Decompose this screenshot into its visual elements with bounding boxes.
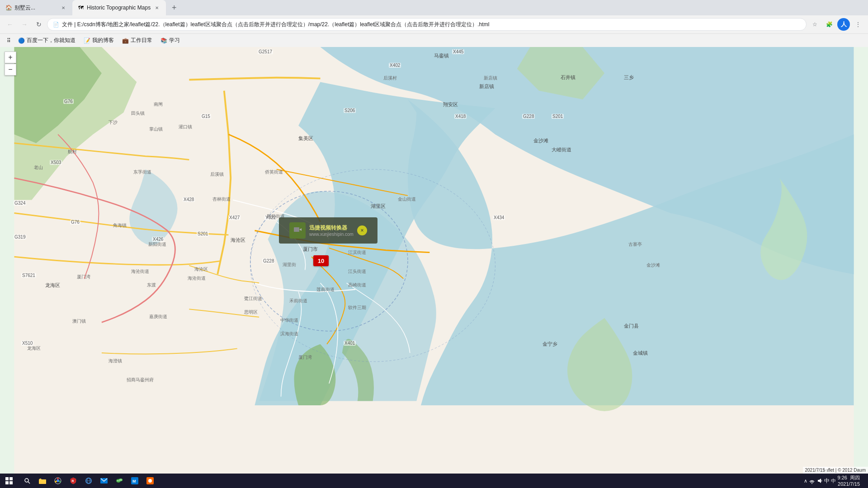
label-laoshan: 老山 xyxy=(34,164,43,171)
svg-line-10 xyxy=(28,482,30,483)
url-bar[interactable]: 📄 文件 | E:/csdn博客/地图之家/leaflet篇/22.（leafl… xyxy=(47,18,807,31)
taskbar-wechat[interactable] xyxy=(112,474,127,488)
bookmark-work[interactable]: 💼 工作日常 xyxy=(118,36,156,46)
tray-up-arrow[interactable]: ∧ xyxy=(804,478,807,484)
label-jinchengzhen: 金城镇 xyxy=(633,350,648,357)
svg-rect-5 xyxy=(5,477,9,480)
apps-button[interactable]: ⠿ xyxy=(4,36,14,46)
label-tiantoujd: 田头镇 xyxy=(131,110,145,117)
road-label-g324: G324 xyxy=(14,201,26,206)
lang-indicator[interactable]: 中 xyxy=(824,477,830,485)
new-tab-button[interactable]: + xyxy=(168,1,180,14)
label-dongdu: 东渡 xyxy=(147,282,156,288)
bookmark-button[interactable]: ☆ xyxy=(808,18,821,31)
label-xiamenshi: 厦门市 xyxy=(303,246,318,253)
label-jinmenxian: 金门县 xyxy=(624,323,639,329)
blog-label: 我的博客 xyxy=(92,37,114,44)
svg-point-2 xyxy=(250,169,495,362)
bookmark-blog[interactable]: 📝 我的博客 xyxy=(80,36,118,46)
zoom-in-button[interactable]: + xyxy=(5,52,16,63)
network-icon xyxy=(809,478,815,484)
road-label-x418: X418 xyxy=(454,114,467,119)
map-svg xyxy=(0,47,868,474)
taskbar-time[interactable]: 9:26 周四 2021/7/15 xyxy=(838,474,860,488)
menu-button[interactable]: ⋮ xyxy=(852,18,864,31)
bookmark-baidu[interactable]: 🔵 百度一下，你就知道 xyxy=(14,36,79,46)
svg-point-28 xyxy=(148,479,152,483)
label-longhaiqu: 龙海区 xyxy=(27,345,41,352)
study-label: 学习 xyxy=(169,37,180,44)
label-lianqian: 莲前街道 xyxy=(316,286,335,293)
label-houxi: 后溪镇 xyxy=(210,171,224,178)
taskbar-search[interactable] xyxy=(20,474,34,488)
taskbar: R xyxy=(0,474,868,488)
label-ruanji3: 软件三期 xyxy=(348,305,366,311)
road-label-x401: X401 xyxy=(344,341,356,346)
label-maluanzhen: 马銮镇 xyxy=(434,52,449,59)
label-nanmen: 南闸 xyxy=(154,101,163,108)
map-popup: 迅捷视频转换器 www.xunjieshipin.com × xyxy=(279,217,377,244)
svg-rect-0 xyxy=(14,47,854,474)
reload-button[interactable]: ↻ xyxy=(33,18,45,31)
label-haizhen2: 海澄镇 xyxy=(108,358,122,364)
label-jiangbian: 江滨街道 xyxy=(348,249,366,256)
popup-title: 迅捷视频转换器 xyxy=(309,224,354,232)
road-label-s206: S206 xyxy=(344,108,356,113)
tab-close-1[interactable]: ✕ xyxy=(60,4,67,11)
work-label: 工作日常 xyxy=(131,37,152,44)
label-xinyang: 新阳街道 xyxy=(148,241,166,248)
tab-bar: 🏠 别墅云... ✕ 🗺 Historic Topographic Maps ✕… xyxy=(0,0,868,15)
taskbar-antivirus[interactable]: R xyxy=(66,474,80,488)
label-dongfu: 东孚街道 xyxy=(133,169,151,175)
back-button[interactable]: ← xyxy=(4,18,16,31)
road-label-x426: X426 xyxy=(152,237,164,242)
svg-text:R: R xyxy=(72,479,74,483)
taskbar-app7[interactable]: M xyxy=(127,474,142,488)
road-label-g319: G319 xyxy=(14,235,26,239)
road-label-x445: X445 xyxy=(452,49,464,54)
zoom-out-button[interactable]: − xyxy=(5,64,16,75)
forward-button[interactable]: → xyxy=(18,18,31,31)
road-label-x510: X510 xyxy=(21,341,33,346)
date-display: 2021/7/15 xyxy=(838,481,860,487)
taskbar-chrome[interactable] xyxy=(51,474,65,488)
svg-text:M: M xyxy=(132,479,136,483)
road-label-s7621: S7621 xyxy=(21,273,36,278)
svg-point-1 xyxy=(250,191,408,331)
road-label-x503: X503 xyxy=(50,160,62,165)
cluster-marker[interactable]: 10 xyxy=(313,255,329,266)
label-haizhen: 海沧区 xyxy=(194,266,208,272)
date-stamp: 2021/7/15 xyxy=(803,467,828,474)
label-binhai: 滨海街道 xyxy=(280,331,298,337)
taskbar-mail[interactable] xyxy=(97,474,111,488)
svg-rect-3 xyxy=(294,227,299,232)
browser-chrome: 🏠 别墅云... ✕ 🗺 Historic Topographic Maps ✕… xyxy=(0,0,868,47)
label-xindian: 新店镇 xyxy=(479,83,494,90)
road-label-x428: X428 xyxy=(183,197,195,202)
tab-close-2[interactable]: ✕ xyxy=(153,4,160,11)
taskbar-file-explorer[interactable] xyxy=(35,474,50,488)
label-xintun: 新店镇 xyxy=(484,75,497,81)
tab-inactive[interactable]: 🏠 别墅云... ✕ xyxy=(0,0,72,15)
taskbar-internet-explorer[interactable] xyxy=(81,474,96,488)
start-button[interactable] xyxy=(0,474,18,488)
label-huli: 湖里街 xyxy=(283,262,296,268)
label-haicangJd: 海沧街道 xyxy=(131,268,149,275)
profile-button[interactable]: 人 xyxy=(837,18,850,31)
road-label-g15: G15 xyxy=(201,114,211,119)
svg-rect-11 xyxy=(39,479,46,484)
blog-icon: 📝 xyxy=(84,38,90,44)
svg-point-23 xyxy=(120,479,121,480)
bookmark-study[interactable]: 📚 学习 xyxy=(157,36,184,46)
label-xiasha: 下沙 xyxy=(108,119,118,126)
map-container[interactable]: 马銮镇 三乡 石井镇 翔安区 新店镇 大嶝街道 集美区 厦门市 湖里区 海沧区 … xyxy=(0,47,868,474)
popup-close[interactable]: × xyxy=(357,225,367,235)
label-guankou: 灌口镇 xyxy=(179,124,192,130)
label-jiageng: 嘉庚街道 xyxy=(149,314,167,320)
road-label-y322: Y322 xyxy=(264,215,277,220)
label-xianganqu: 翔安区 xyxy=(443,101,458,108)
label-aomen: 澳门镇 xyxy=(72,318,86,324)
extension-button[interactable]: 🧩 xyxy=(823,18,835,31)
tab-active[interactable]: 🗺 Historic Topographic Maps ✕ xyxy=(72,0,166,15)
taskbar-app8[interactable] xyxy=(143,474,157,488)
